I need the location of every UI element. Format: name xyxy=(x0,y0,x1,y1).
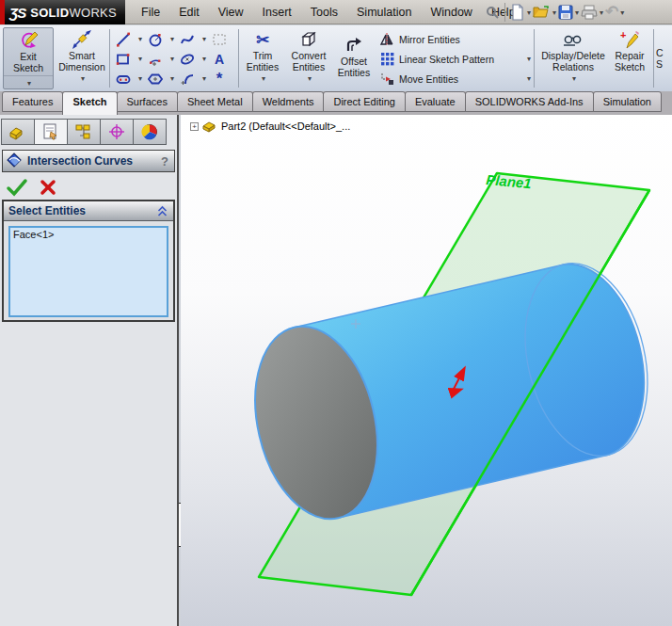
open-button[interactable]: ▾ xyxy=(533,5,556,20)
smart-dimension-label: Smart xyxy=(69,51,95,62)
tab-sheet-metal[interactable]: Sheet Metal xyxy=(177,91,253,112)
main-area: Intersection Curves ? Select Entities Fa… xyxy=(0,115,672,626)
rectangle-tool-button[interactable] xyxy=(113,50,134,68)
dimxpertmanager-tab[interactable] xyxy=(100,119,134,145)
select-entities-header[interactable]: Select Entities xyxy=(4,201,173,221)
featuremanager-tree-tab[interactable] xyxy=(1,119,35,145)
dropdown-arrow-icon[interactable]: ▾ xyxy=(527,8,531,17)
svg-text:+: + xyxy=(620,29,626,40)
displaymanager-tab[interactable] xyxy=(133,119,167,145)
selection-item[interactable]: Face<1> xyxy=(13,229,164,240)
dropdown-arrow-icon[interactable]: ▾ xyxy=(575,8,579,17)
dropdown-arrow-icon[interactable]: ▾ xyxy=(308,74,312,83)
select-entities-title: Select Entities xyxy=(8,204,156,217)
dropdown-arrow-icon[interactable]: ▾ xyxy=(202,35,206,43)
solidworks-logo: ƷS SOLID WORKS xyxy=(0,0,125,24)
tab-surfaces[interactable]: Surfaces xyxy=(117,91,178,112)
selection-listbox[interactable]: Face<1> xyxy=(8,226,168,317)
search-icon[interactable] xyxy=(485,5,500,20)
menu-insert[interactable]: Insert xyxy=(253,0,301,24)
dropdown-arrow-icon[interactable]: ▾ xyxy=(138,55,142,63)
tab-direct-editing[interactable]: Direct Editing xyxy=(323,91,405,112)
tab-weldments[interactable]: Weldments xyxy=(252,91,325,112)
dropdown-arrow-icon[interactable]: ▾ xyxy=(600,8,603,17)
circle-tool-button[interactable] xyxy=(145,30,166,48)
menu-window[interactable]: Window xyxy=(421,0,481,24)
dropdown-arrow-icon[interactable]: ▾ xyxy=(572,74,576,83)
repair-sketch-button[interactable]: + Repair Sketch xyxy=(610,27,649,72)
sketch-fillet-tool-button[interactable] xyxy=(177,70,198,88)
dropdown-arrow-icon[interactable]: ▾ xyxy=(527,55,531,63)
ok-check-button[interactable] xyxy=(6,177,28,198)
property-manager-icon xyxy=(41,123,60,140)
clipped-toolbar-button[interactable]: C S xyxy=(656,27,672,70)
tree-expander-icon[interactable]: + xyxy=(190,122,199,131)
sketch-entity-grid: ▾ ▾ ▾ ▾ ▾ ▾ A xyxy=(112,29,231,88)
offset-entities-button[interactable]: Offset Entities xyxy=(331,33,376,78)
dropdown-arrow-icon[interactable]: ▾ xyxy=(170,35,174,43)
help-icon[interactable]: ? xyxy=(161,154,168,169)
linear-sketch-pattern-button[interactable]: Linear Sketch Pattern ▾ xyxy=(378,49,533,69)
line-tool-button[interactable] xyxy=(113,30,134,48)
tab-simulation[interactable]: Simulation xyxy=(593,91,662,112)
dropdown-arrow-icon[interactable]: ▾ xyxy=(81,74,85,83)
slot-tool-button[interactable] xyxy=(113,70,134,88)
dropdown-arrow-icon[interactable]: ▾ xyxy=(27,79,31,88)
dropdown-arrow-icon[interactable]: ▾ xyxy=(138,74,142,83)
tab-features[interactable]: Features xyxy=(2,91,63,112)
spline-tool-button[interactable] xyxy=(177,30,198,48)
ellipse-tool-button[interactable] xyxy=(177,50,198,68)
panel-title: Intersection Curves xyxy=(27,154,161,168)
dropdown-arrow-icon[interactable]: ▾ xyxy=(552,8,556,17)
dropdown-arrow-icon[interactable]: ▾ xyxy=(527,74,531,83)
selection-rectangle-icon[interactable] xyxy=(209,30,230,48)
exit-sketch-button[interactable]: Exit Sketch ▾ xyxy=(3,27,54,89)
mirror-entities-button[interactable]: Mirror Entities xyxy=(378,29,533,49)
dropdown-arrow-icon[interactable]: ▾ xyxy=(138,35,142,43)
dropdown-arrow-icon[interactable]: ▾ xyxy=(170,55,174,63)
print-button[interactable]: ▾ xyxy=(581,5,603,20)
model-scene[interactable]: Plane1 xyxy=(181,115,672,626)
cancel-x-button[interactable] xyxy=(40,179,56,196)
propertymanager-tab[interactable] xyxy=(34,119,68,145)
feature-tree-icon xyxy=(8,123,27,140)
configurationmanager-tab[interactable] xyxy=(67,119,101,145)
exit-sketch-label: Exit xyxy=(20,52,37,63)
undo-icon: ↶ xyxy=(605,4,618,21)
dropdown-arrow-icon[interactable]: ▾ xyxy=(202,74,206,83)
menu-simulation[interactable]: Simulation xyxy=(347,0,421,24)
graphics-viewport[interactable]: + Part2 (Default<<Default>_... xyxy=(181,115,672,626)
tab-solidworks-add-ins[interactable]: SOLIDWORKS Add-Ins xyxy=(465,91,594,112)
centerpoint-arc-tool-button[interactable] xyxy=(145,50,166,68)
tree-root-label[interactable]: Part2 (Default<<Default>_... xyxy=(221,120,350,132)
point-tool-button[interactable]: * xyxy=(209,70,230,88)
save-button[interactable]: ▾ xyxy=(558,5,579,20)
convert-entities-button[interactable]: Convert Entities ▾ xyxy=(285,27,332,83)
menu-edit[interactable]: Edit xyxy=(169,0,209,24)
dropdown-arrow-icon[interactable]: ▾ xyxy=(262,74,265,83)
menu-tools[interactable]: Tools xyxy=(301,0,347,24)
move-entities-icon xyxy=(378,72,395,87)
display-delete-relations-button[interactable]: Display/Delete Relations ▾ xyxy=(537,27,609,83)
logo-text-works: WORKS xyxy=(69,6,117,20)
new-document-button[interactable]: ▾ xyxy=(510,4,531,21)
dropdown-arrow-icon[interactable]: ▾ xyxy=(202,55,206,63)
feature-tree-flyout: + Part2 (Default<<Default>_... xyxy=(190,120,350,133)
tab-evaluate[interactable]: Evaluate xyxy=(405,91,466,112)
move-entities-button[interactable]: Move Entities ▾ xyxy=(378,69,533,88)
sketch-text-tool-button[interactable]: A xyxy=(209,50,230,68)
menu-file[interactable]: File xyxy=(132,0,169,24)
intersection-curves-icon xyxy=(7,152,24,169)
mirror-entities-icon xyxy=(378,32,395,47)
menu-view[interactable]: View xyxy=(209,0,253,24)
polygon-tool-button[interactable] xyxy=(145,70,166,88)
dropdown-arrow-icon[interactable]: ▾ xyxy=(620,8,624,17)
smart-dimension-icon xyxy=(72,28,92,51)
undo-button[interactable]: ↶ ▾ xyxy=(605,4,624,21)
collapse-chevron-icon[interactable] xyxy=(156,205,168,217)
tab-sketch[interactable]: Sketch xyxy=(62,91,117,115)
title-bar: ƷS SOLID WORKS File Edit View Insert Too… xyxy=(0,0,672,24)
trim-entities-button[interactable]: ✂ Trim Entities ▾ xyxy=(242,27,283,83)
dropdown-arrow-icon[interactable]: ▾ xyxy=(170,74,174,83)
smart-dimension-button[interactable]: Smart Dimension ▾ xyxy=(57,27,106,83)
